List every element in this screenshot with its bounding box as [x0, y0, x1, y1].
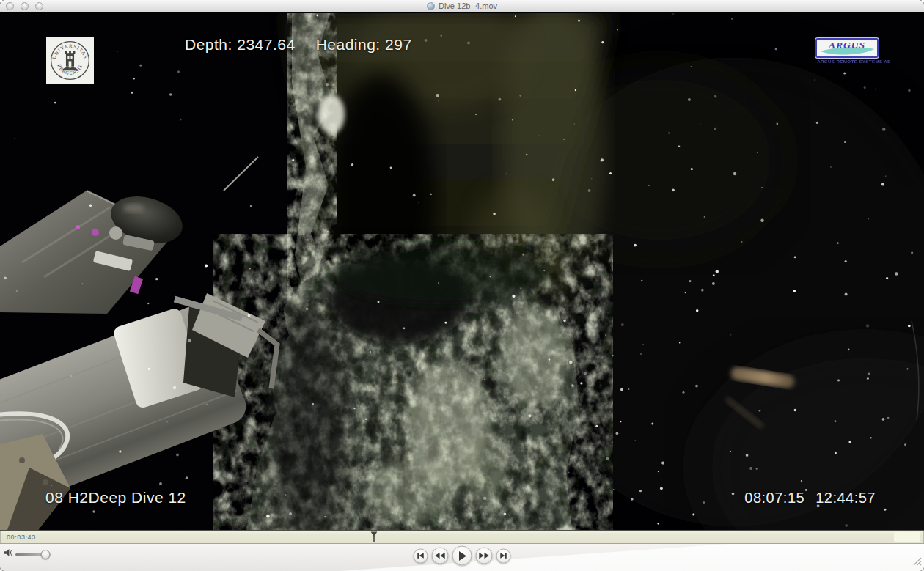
depth-readout: Depth: 2347.64 — [185, 36, 296, 54]
telemetry-overlay: Depth: 2347.64 Heading: 297 — [185, 36, 412, 54]
transport-controls — [414, 546, 511, 566]
timestamp-secondary: 12:44:57 — [815, 490, 876, 506]
jump-to-start-button[interactable] — [414, 548, 428, 563]
selection-marker[interactable] — [35, 538, 42, 542]
jump-to-start-icon — [417, 552, 425, 560]
close-button[interactable] — [6, 2, 14, 10]
seal-tower-emblem — [62, 51, 77, 71]
rewind-button[interactable] — [432, 548, 449, 564]
underwater-scene — [0, 13, 924, 530]
playhead[interactable] — [370, 531, 378, 542]
heading-readout: Heading: 297 — [316, 36, 412, 54]
play-icon — [458, 550, 466, 561]
timestamp-primary: 08:07:15 — [744, 490, 804, 506]
control-bar — [0, 544, 924, 571]
rewind-icon — [435, 552, 446, 560]
volume-control — [4, 548, 51, 561]
minimize-button[interactable] — [21, 2, 29, 10]
volume-slider[interactable] — [15, 553, 51, 556]
resize-grip[interactable] — [912, 556, 922, 569]
jump-to-end-icon — [499, 552, 508, 560]
timestamp-overlay: 08:07:15 12:44:57 — [744, 490, 876, 506]
argus-wordmark: ARGUS — [828, 40, 865, 51]
argus-subtitle: ARGUS REMOTE SYSTEMS AS — [817, 59, 877, 64]
timecode-display: 00:03:43 — [7, 534, 36, 541]
window-titlebar[interactable]: Dive 12b- 4.mov — [0, 0, 924, 12]
timeline-track[interactable]: 00:03:43 — [0, 530, 924, 544]
speaker-icon[interactable] — [4, 548, 13, 561]
jump-to-end-button[interactable] — [496, 548, 511, 563]
zoom-button[interactable] — [35, 2, 43, 10]
argus-logo: ARGUS ARGUS REMOTE SYSTEMS AS — [815, 38, 879, 64]
vent-chimney — [246, 243, 579, 530]
video-frame: Depth: 2347.64 Heading: 297 UNIVERSITAS … — [0, 13, 924, 530]
university-of-bergen-seal: UNIVERSITAS BERGENSIS — [46, 37, 94, 84]
play-button[interactable] — [452, 546, 472, 566]
fast-forward-icon — [479, 552, 490, 560]
traffic-lights — [6, 2, 43, 10]
rov-manipulator — [0, 157, 277, 530]
quicktime-doc-icon — [427, 2, 435, 10]
dive-label-overlay: 08 H2Deep Dive 12 — [45, 489, 186, 506]
window-title-group: Dive 12b- 4.mov — [427, 1, 497, 10]
timeline-endcap — [894, 532, 920, 542]
fast-forward-button[interactable] — [476, 548, 493, 564]
quicktime-window: Dive 12b- 4.mov — [0, 0, 924, 571]
window-title: Dive 12b- 4.mov — [439, 1, 497, 10]
volume-knob[interactable] — [40, 550, 50, 559]
argus-logo-box: ARGUS — [815, 38, 879, 58]
